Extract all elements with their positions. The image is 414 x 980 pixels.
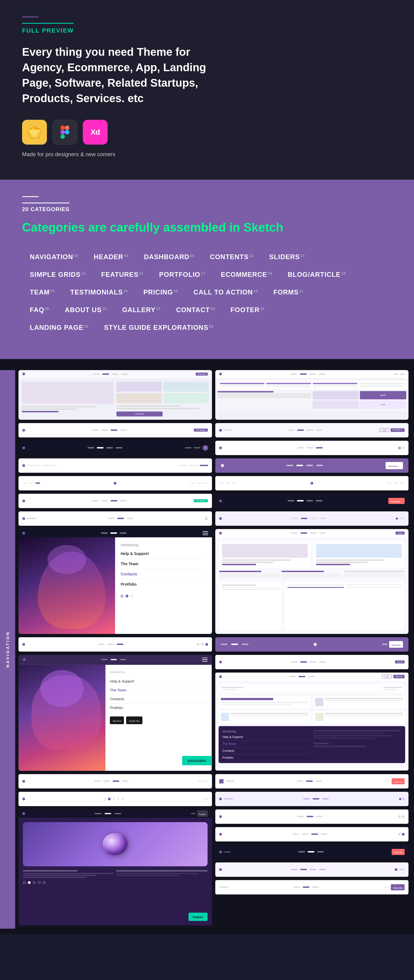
nav-pills-minimal-2 xyxy=(291,518,326,519)
made-for-text: Made for pro designers & new comers xyxy=(22,151,392,158)
svg-rect-6 xyxy=(61,126,65,130)
cat-testimonials[interactable]: TESTIMONIALS24 xyxy=(62,284,135,301)
logo-r13-2 xyxy=(219,833,222,836)
nav-row-13: Explore xyxy=(19,810,408,925)
logo-r12-2 xyxy=(219,797,222,800)
logo-light-full xyxy=(219,532,222,535)
nav-bar-r11-2: Subscribe xyxy=(215,774,409,789)
nav-dark-action: Subscribe → xyxy=(215,494,409,508)
nav-pills-r10-1 xyxy=(291,661,326,663)
cat-pricing[interactable]: PRICING20 xyxy=(136,284,186,301)
nav-light-full-bottom xyxy=(215,582,409,634)
nav-bar-r12-2 xyxy=(215,792,409,806)
mock-cta-action: Get Started xyxy=(194,499,208,502)
nav-pills-r13-1 xyxy=(297,816,323,817)
nav-preview-2: $8.563 $2.35 xyxy=(215,370,409,420)
cat-gallery[interactable]: GALLERY13 xyxy=(115,302,168,318)
app-buttons: App Store Google Play xyxy=(110,716,207,724)
nav-bar-r9-1 xyxy=(19,637,212,652)
cat-style-guide[interactable]: STYLE GUIDE EXPLORATIONS03 xyxy=(96,319,221,336)
google-play-button[interactable]: Google Play xyxy=(126,716,142,724)
mock-pill-7 xyxy=(309,374,316,375)
nav-light-full-right xyxy=(285,582,404,630)
nav-content-body: Introducing Help & Support The Team Cont… xyxy=(215,681,409,767)
cat-simple-grids[interactable]: SIMPLE GRIDS14 xyxy=(22,266,94,283)
mock-cta-small-2: Get Now ↗ xyxy=(390,428,404,432)
overlay-dark-body: Introducing Help & Support The Team Cont… xyxy=(19,537,212,634)
contacts-item-highlight[interactable]: Contacts xyxy=(121,572,206,579)
nav-row-7: ☰ xyxy=(19,511,408,526)
mock-cta-content: Sign Up xyxy=(393,675,404,678)
cat-dashboard[interactable]: DASHBOARD24 xyxy=(136,249,202,265)
nav-pills-r11-1 xyxy=(94,781,129,782)
logo-dark-1 xyxy=(22,447,25,449)
top-brand-3 xyxy=(313,383,358,387)
cat-portfolio[interactable]: PORTFOLIO17 xyxy=(151,266,213,283)
nav-light-card-1 xyxy=(219,541,310,568)
hamburger-icon[interactable] xyxy=(202,531,208,535)
nav-row-2: Get Started Login xyxy=(19,423,408,438)
mock-cta-small-1: Get Started xyxy=(194,429,208,432)
app-store-button[interactable]: App Store xyxy=(110,716,124,724)
tools-row: Xd xyxy=(22,120,392,145)
content-grid-r10 xyxy=(218,696,406,723)
cat-header[interactable]: HEADER43 xyxy=(86,249,136,265)
cat-cta[interactable]: CALL TO ACTION24 xyxy=(186,284,266,301)
top-brand-2 xyxy=(266,383,311,387)
categories-label: 20 CATEGORIES xyxy=(22,202,70,213)
explore-button[interactable]: Explore xyxy=(188,913,207,921)
menu-team-highlight[interactable]: The Team xyxy=(110,686,207,695)
cat-ecommerce[interactable]: ECOMMERCE19 xyxy=(213,266,280,283)
nav-bar-r13-dark: Subscribe xyxy=(215,845,409,859)
intro-text-small: Introducing xyxy=(110,670,207,674)
cat-about[interactable]: ABOUT US10 xyxy=(57,302,115,318)
dark-content-footer: Introducing Help & Support The Team Cont… xyxy=(218,726,406,763)
nav-light-col-3 xyxy=(344,571,404,578)
cat-contents[interactable]: CONTENTS22 xyxy=(202,249,261,265)
categories-divider xyxy=(22,196,39,197)
cat-team[interactable]: TEAM25 xyxy=(22,284,62,301)
cat-footer[interactable]: FOOTER31 xyxy=(223,302,272,318)
nav-previews-grid: Buy Now xyxy=(15,370,414,929)
logo-overlay-dark xyxy=(22,532,25,535)
categories-section: 20 CATEGORIES Categories are carefully a… xyxy=(0,180,414,359)
cat-landing[interactable]: LANDING PAGE20 xyxy=(22,319,96,336)
content-card-r10-4 xyxy=(313,711,405,723)
cat-forms[interactable]: FORMS21 xyxy=(266,284,311,301)
nav-minimal-2 xyxy=(215,511,409,526)
nav-bar-6 xyxy=(215,476,409,490)
svg-rect-8 xyxy=(61,130,65,134)
mock-outline-r10: Login xyxy=(382,675,392,678)
cat-features[interactable]: FEATURES41 xyxy=(94,266,151,283)
mock-logo-1 xyxy=(22,372,25,375)
menu-help: Help & Support xyxy=(110,677,207,686)
nav-pills-small-1 xyxy=(92,430,127,431)
mock-cta-light-full: Login xyxy=(395,531,404,535)
categories-row-3: TEAM25 TESTIMONIALS24 PRICING20 CALL TO … xyxy=(22,284,392,301)
mock-pill-1 xyxy=(93,374,100,375)
nav-dark-pagination xyxy=(23,881,207,884)
xd-icon: Xd xyxy=(83,120,108,145)
cat-contact[interactable]: CONTACT20 xyxy=(168,302,223,318)
cat-faq[interactable]: FAQ06 xyxy=(22,302,57,318)
mock-pill-8 xyxy=(319,374,325,375)
cat-navigation[interactable]: NAVIGATION32 xyxy=(22,249,86,265)
discovery-button[interactable]: DISCOVERY xyxy=(182,756,212,765)
nav-pills-r12-2 xyxy=(303,798,329,800)
cat-sliders[interactable]: SLIDERS17 xyxy=(261,249,312,265)
nav-pills-small-2 xyxy=(288,430,323,431)
nav-content-full: Login Sign Up xyxy=(215,673,409,770)
mock-pill-4 xyxy=(121,374,128,375)
mock-nav-2 xyxy=(291,374,325,375)
cat-blog[interactable]: BLOG/ARTICLE18 xyxy=(280,266,353,283)
nav-pills-dark-r13 xyxy=(298,851,324,853)
nav-content-header: Login Sign Up xyxy=(215,673,409,681)
nav-bar-light-3: ⬤ ☰ xyxy=(215,441,409,455)
nav-row-3: ≡ ⬤ ☰ xyxy=(19,441,408,455)
svg-rect-7 xyxy=(65,126,69,130)
xd-text: Xd xyxy=(91,128,100,137)
svg-rect-10 xyxy=(61,134,65,139)
logo-contact-1 xyxy=(22,464,25,467)
right-col-nav: $8.563 $2.35 xyxy=(313,391,406,409)
nav-dark-abstract: Explore xyxy=(19,810,212,925)
